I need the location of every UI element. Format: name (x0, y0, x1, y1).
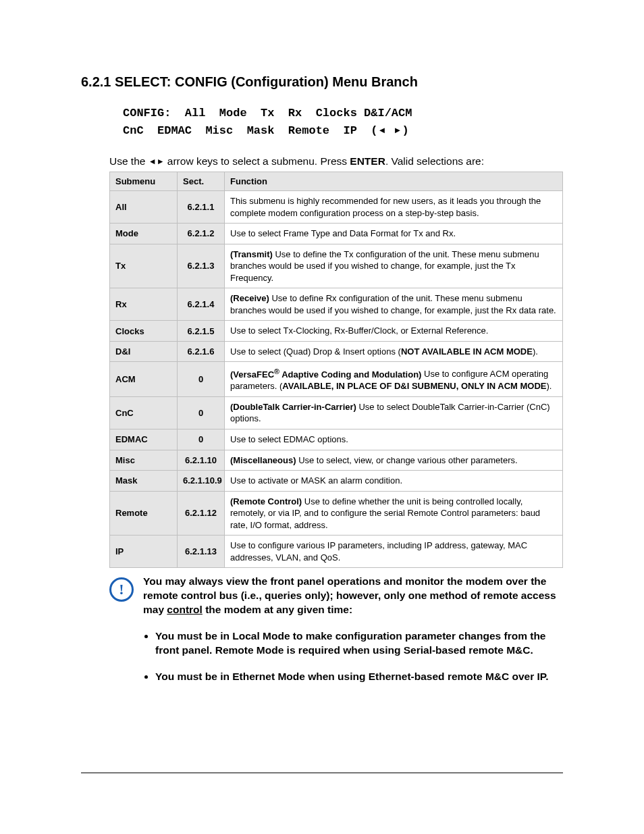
cell-sect: 6.2.1.12 (178, 491, 225, 536)
cell-submenu: Mask (110, 471, 178, 492)
table-row: Rx6.2.1.4(Receive) Use to define Rx conf… (110, 288, 563, 321)
table-row: Mode6.2.1.2Use to select Frame Type and … (110, 224, 563, 244)
note-text: You may always view the front panel oper… (143, 575, 563, 617)
right-arrow-icon: ► (157, 157, 165, 166)
cell-function: (Miscellaneous) Use to select, view, or … (225, 450, 563, 471)
list-item: You must be in Local Mode to make config… (155, 629, 563, 658)
table-row: IP6.2.1.13Use to configure various IP pa… (110, 536, 563, 568)
cell-sect: 6.2.1.3 (178, 244, 225, 288)
cell-function: (VersaFEC® Adaptive Coding and Modulatio… (225, 362, 563, 396)
cell-function: Use to select Tx-Clocking, Rx-Buffer/Clo… (225, 321, 563, 342)
cell-sect: 0 (178, 362, 225, 396)
cell-sect: 0 (178, 429, 225, 450)
lcd-display: CONFIG: All Mode Tx Rx Clocks D&I/ACM Cn… (123, 105, 563, 139)
cell-sect: 6.2.1.1 (178, 191, 225, 224)
cell-function: Use to configure various IP parameters, … (225, 536, 563, 568)
th-sect: Sect. (178, 172, 225, 191)
cell-function: Use to activate or MASK an alarm conditi… (225, 471, 563, 492)
cell-submenu: D&I (110, 341, 178, 362)
th-function: Function (225, 172, 563, 191)
footer-rule (81, 773, 563, 773)
cell-submenu: All (110, 191, 178, 224)
cell-function: (DoubleTalk Carrier-in-Carrier) Use to s… (225, 396, 563, 429)
cell-sect: 6.2.1.13 (178, 536, 225, 568)
intro-text: Use the ◄► arrow keys to select a submen… (109, 155, 563, 167)
intro-pre: Use the (109, 155, 149, 167)
cell-function: This submenu is highly recommended for n… (225, 191, 563, 224)
cell-submenu: ACM (110, 362, 178, 396)
cell-submenu: Misc (110, 450, 178, 471)
table-header-row: Submenu Sect. Function (110, 172, 563, 191)
submenu-table: Submenu Sect. Function All6.2.1.1This su… (109, 172, 563, 568)
section-heading: 6.2.1 SELECT: CONFIG (Configuration) Men… (81, 74, 563, 90)
table-row: Remote6.2.1.12(Remote Control) Use to de… (110, 491, 563, 536)
cell-submenu: Tx (110, 244, 178, 288)
lcd-line-2-post: ) (402, 124, 408, 137)
cell-sect: 0 (178, 396, 225, 429)
left-arrow-icon: ◄ (377, 125, 386, 135)
cell-function: Use to select (Quad) Drop & Insert optio… (225, 341, 563, 362)
left-arrow-icon: ◄ (149, 157, 157, 166)
cell-submenu: IP (110, 536, 178, 568)
cell-sect: 6.2.1.5 (178, 321, 225, 342)
table-row: EDMAC0Use to select EDMAC options. (110, 429, 563, 450)
cell-submenu: Clocks (110, 321, 178, 342)
cell-function: (Remote Control) Use to define whether t… (225, 491, 563, 536)
intro-mid: arrow keys to select a submenu. Press (165, 155, 350, 167)
table-row: D&I6.2.1.6Use to select (Quad) Drop & In… (110, 341, 563, 362)
cell-sect: 6.2.1.10.9 (178, 471, 225, 492)
info-icon: ! (109, 577, 134, 602)
cell-sect: 6.2.1.2 (178, 224, 225, 244)
cell-submenu: CnC (110, 396, 178, 429)
table-row: ACM0(VersaFEC® Adaptive Coding and Modul… (110, 362, 563, 396)
table-row: CnC0(DoubleTalk Carrier-in-Carrier) Use … (110, 396, 563, 429)
bullet-list: You must be in Local Mode to make config… (155, 629, 563, 684)
cell-sect: 6.2.1.10 (178, 450, 225, 471)
cell-submenu: Rx (110, 288, 178, 321)
cell-submenu: EDMAC (110, 429, 178, 450)
intro-enter: ENTER (350, 155, 385, 167)
th-submenu: Submenu (110, 172, 178, 191)
list-item: You must be in Ethernet Mode when using … (155, 670, 563, 684)
cell-function: Use to select Frame Type and Data Format… (225, 224, 563, 244)
cell-sect: 6.2.1.4 (178, 288, 225, 321)
table-row: All6.2.1.1This submenu is highly recomme… (110, 191, 563, 224)
intro-post: . Valid selections are: (385, 155, 484, 167)
table-row: Clocks6.2.1.5Use to select Tx-Clocking, … (110, 321, 563, 342)
table-row: Mask6.2.1.10.9Use to activate or MASK an… (110, 471, 563, 492)
lcd-line-2-pre: CnC EDMAC Misc Mask Remote IP ( (123, 124, 377, 137)
cell-function: (Receive) Use to define Rx configuration… (225, 288, 563, 321)
cell-function: Use to select EDMAC options. (225, 429, 563, 450)
cell-submenu: Mode (110, 224, 178, 244)
lcd-line-1: CONFIG: All Mode Tx Rx Clocks D&I/ACM (123, 107, 412, 120)
cell-sect: 6.2.1.6 (178, 341, 225, 362)
table-row: Tx6.2.1.3(Transmit) Use to define the Tx… (110, 244, 563, 288)
table-row: Misc6.2.1.10(Miscellaneous) Use to selec… (110, 450, 563, 471)
cell-function: (Transmit) Use to define the Tx configur… (225, 244, 563, 288)
cell-submenu: Remote (110, 491, 178, 536)
right-arrow-icon: ► (394, 125, 402, 135)
